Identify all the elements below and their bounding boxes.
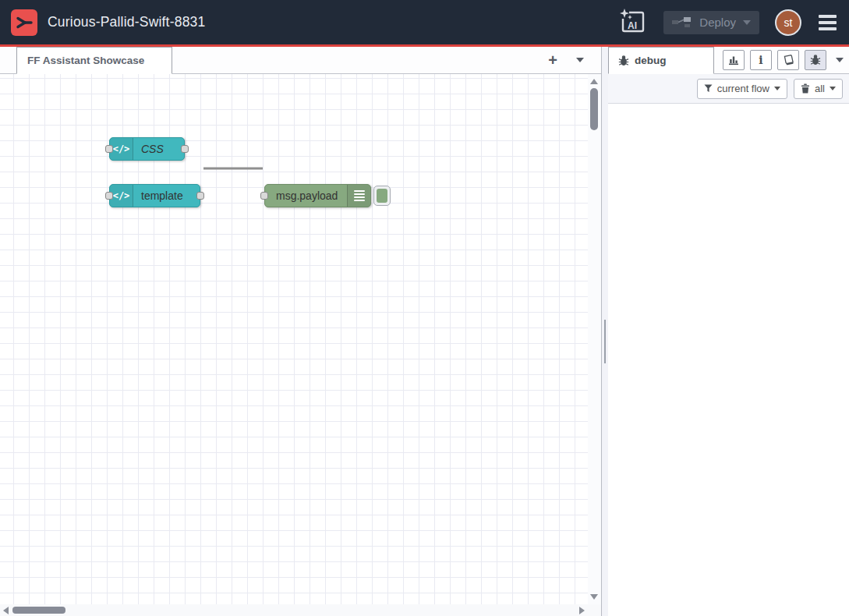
debug-filter-button[interactable]: current flow	[697, 79, 787, 99]
vertical-scroll-thumb[interactable]	[590, 88, 598, 130]
bug-icon	[618, 55, 629, 66]
scroll-down-arrow-icon[interactable]	[590, 594, 598, 600]
node-label: msg.payload	[276, 185, 338, 207]
sidebar-tab-label: debug	[635, 55, 667, 66]
debug-panel-button[interactable]	[805, 50, 826, 70]
debug-toggle-state	[377, 189, 387, 203]
scroll-right-arrow-icon[interactable]	[579, 607, 585, 614]
clear-chevron-icon	[830, 87, 836, 90]
deploy-button[interactable]: Deploy	[663, 11, 759, 34]
output-port[interactable]	[196, 192, 204, 200]
scrollbar-corner	[588, 604, 601, 616]
input-port[interactable]	[260, 192, 268, 200]
svg-text:AI: AI	[628, 20, 637, 31]
debug-node-icon-area	[347, 185, 370, 207]
scroll-up-arrow-icon[interactable]	[590, 79, 598, 84]
flow-list-chevron-icon[interactable]	[576, 58, 584, 62]
dashboard-chart-button[interactable]	[723, 50, 745, 70]
ai-assistant-button[interactable]: AI	[618, 9, 648, 37]
trash-icon	[801, 83, 810, 94]
splitter-drag-handle[interactable]	[604, 320, 606, 363]
node-label: template	[141, 185, 183, 207]
workspace-tab-active[interactable]: FF Assistant Showcase	[16, 47, 172, 74]
debug-toolbar: current flow all	[608, 74, 849, 104]
add-flow-button[interactable]: +	[548, 52, 557, 68]
user-avatar[interactable]: st	[775, 9, 801, 36]
flowfuse-logo-icon[interactable]	[11, 9, 37, 36]
deploy-dropdown-chevron-icon[interactable]	[743, 20, 751, 25]
sidebar: debug i	[608, 47, 849, 616]
code-icon: </>	[113, 143, 130, 154]
sidebar-splitter[interactable]	[601, 47, 608, 616]
input-port[interactable]	[105, 145, 113, 153]
debug-lines-icon	[354, 190, 365, 201]
book-icon	[783, 55, 794, 65]
menu-bar	[819, 15, 837, 18]
workspace-tabbar: FF Assistant Showcase +	[0, 47, 601, 74]
node-label: CSS	[141, 138, 164, 160]
main-area: FF Assistant Showcase + </> CSS </>	[0, 47, 849, 616]
debug-message-list[interactable]	[608, 104, 849, 616]
info-icon: i	[759, 55, 762, 65]
main-menu-button[interactable]	[817, 13, 838, 32]
sidebar-panel-buttons: i	[723, 47, 849, 73]
clear-scope-label: all	[815, 83, 825, 94]
sidebar-tabs-chevron-icon[interactable]	[836, 58, 844, 62]
deploy-merge-icon	[672, 16, 692, 29]
filter-funnel-icon	[704, 84, 713, 93]
page-title: Curious-Pallid-Swift-8831	[48, 14, 205, 30]
menu-bar	[819, 27, 837, 30]
horizontal-scroll-thumb[interactable]	[12, 607, 65, 614]
template-node-icon-area: </>	[110, 185, 133, 207]
code-icon: </>	[113, 190, 130, 201]
debug-clear-button[interactable]: all	[794, 79, 843, 99]
template-node-icon-area: </>	[110, 138, 133, 160]
deploy-button-label: Deploy	[699, 16, 736, 29]
debug-enable-toggle[interactable]	[373, 186, 391, 206]
node-template[interactable]: </> template	[109, 184, 200, 207]
sidebar-tab-debug[interactable]: debug	[608, 47, 714, 74]
ai-icon: AI	[618, 9, 648, 37]
info-button[interactable]: i	[750, 50, 772, 70]
node-debug-msg-payload[interactable]: msg.payload	[264, 184, 371, 207]
workspace-tab-label: FF Assistant Showcase	[27, 55, 144, 66]
vertical-scrollbar[interactable]	[588, 74, 601, 604]
menu-bar	[819, 21, 837, 24]
fork-glyph	[14, 12, 34, 33]
output-port[interactable]	[181, 145, 189, 153]
bar-chart-icon	[728, 55, 739, 65]
filter-chevron-icon	[774, 87, 780, 90]
filter-label: current flow	[717, 83, 769, 94]
flow-editor: FF Assistant Showcase + </> CSS </>	[0, 47, 601, 616]
sidebar-tabbar: debug i	[608, 47, 849, 74]
workspace-tab-controls: +	[548, 47, 601, 73]
avatar-initials: st	[784, 16, 793, 29]
bug-icon	[810, 55, 821, 65]
input-port[interactable]	[105, 192, 113, 200]
node-template-css[interactable]: </> CSS	[109, 137, 185, 161]
horizontal-scrollbar[interactable]	[0, 604, 588, 616]
header-actions: AI Deploy st	[618, 9, 838, 37]
scroll-left-arrow-icon[interactable]	[3, 607, 9, 614]
app-header: Curious-Pallid-Swift-8831 AI Deploy st	[0, 0, 849, 47]
help-button[interactable]	[777, 50, 799, 70]
flow-canvas[interactable]	[0, 74, 588, 604]
